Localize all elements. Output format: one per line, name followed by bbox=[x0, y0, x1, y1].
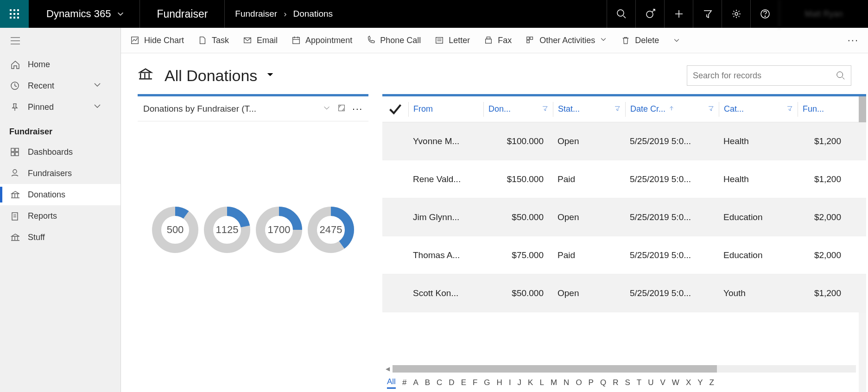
view-selector[interactable] bbox=[266, 70, 275, 81]
cmd-delete-split[interactable] bbox=[673, 37, 680, 44]
bank-icon bbox=[10, 190, 19, 199]
alpha-R[interactable]: R bbox=[613, 378, 618, 387]
alpha-G[interactable]: G bbox=[484, 378, 490, 387]
donut-1125[interactable]: 1125 bbox=[202, 205, 252, 255]
alpha-I[interactable]: I bbox=[509, 378, 511, 387]
scroll-left-icon[interactable]: ◀ bbox=[382, 366, 393, 372]
advanced-find-button[interactable] bbox=[693, 0, 722, 28]
scroll-track[interactable] bbox=[393, 365, 856, 373]
filter-icon[interactable] bbox=[786, 104, 793, 114]
chart-expand-button[interactable] bbox=[331, 104, 346, 114]
app-launcher-button[interactable] bbox=[0, 0, 29, 28]
alpha-W[interactable]: W bbox=[672, 378, 679, 387]
alpha-U[interactable]: U bbox=[648, 378, 653, 387]
sidebar-item-reports[interactable]: Reports bbox=[0, 205, 120, 227]
alpha-M[interactable]: M bbox=[551, 378, 557, 387]
search-box[interactable] bbox=[687, 65, 851, 86]
column-header-cat[interactable]: Cat... bbox=[719, 102, 798, 117]
filter-icon[interactable] bbox=[542, 104, 548, 114]
alpha-S[interactable]: S bbox=[625, 378, 630, 387]
cmd-other-activities[interactable]: Other Activities bbox=[526, 36, 607, 45]
breadcrumb-root[interactable]: Fundraiser bbox=[235, 9, 277, 19]
user-menu[interactable]: Matt Ryan bbox=[779, 0, 868, 28]
cell-from: Jim Glynn... bbox=[408, 212, 483, 222]
sidebar-item-fundraisers[interactable]: Fundraisers bbox=[0, 163, 120, 184]
horizontal-scrollbar[interactable]: ◀ ▶ bbox=[382, 364, 866, 373]
grid-body: Yvonne M...$100.000Open5/25/2019 5:0...H… bbox=[382, 122, 866, 364]
product-name: Dynamics 365 bbox=[46, 8, 111, 20]
alpha-L[interactable]: L bbox=[539, 378, 544, 387]
alpha-All[interactable]: All bbox=[387, 377, 396, 389]
chart-selector[interactable] bbox=[316, 104, 331, 114]
alpha-H[interactable]: H bbox=[497, 378, 502, 387]
settings-button[interactable] bbox=[722, 0, 750, 28]
column-header-date[interactable]: Date Cr... bbox=[625, 102, 719, 117]
alpha-F[interactable]: F bbox=[473, 378, 477, 387]
cmd-delete[interactable]: Delete bbox=[621, 36, 659, 45]
global-search-button[interactable] bbox=[607, 0, 635, 28]
table-row[interactable]: Thomas A...$75.000Paid5/25/2019 5:0...Ed… bbox=[382, 236, 866, 274]
column-header-stat[interactable]: Stat... bbox=[553, 102, 625, 117]
hamburger-icon bbox=[10, 37, 20, 45]
column-header-don[interactable]: Don... bbox=[483, 102, 553, 117]
alpha-N[interactable]: N bbox=[564, 378, 569, 387]
sidebar-item-stuff[interactable]: Stuff bbox=[0, 227, 120, 248]
cmd-letter[interactable]: Letter bbox=[435, 36, 470, 45]
quick-create-button[interactable] bbox=[664, 0, 693, 28]
alpha-D[interactable]: D bbox=[449, 378, 454, 387]
alpha-Z[interactable]: Z bbox=[710, 378, 714, 387]
chart-more-button[interactable]: ··· bbox=[352, 103, 363, 114]
sidebar-item-recent[interactable]: Recent bbox=[0, 75, 120, 96]
donut-1700[interactable]: 1700 bbox=[254, 205, 304, 255]
cell-status: Paid bbox=[553, 250, 625, 260]
column-header-fun[interactable]: Fun... bbox=[798, 102, 846, 117]
alpha-X[interactable]: X bbox=[686, 378, 691, 387]
task-flow-button[interactable] bbox=[635, 0, 664, 28]
view-title: All Donations bbox=[165, 67, 257, 85]
cell-fundraiser: $2,000 bbox=[798, 212, 846, 222]
donut-2475[interactable]: 2475 bbox=[306, 205, 356, 255]
cmd-appointment[interactable]: Appointment bbox=[291, 36, 352, 45]
cmd-task[interactable]: Task bbox=[198, 36, 229, 45]
cell-status: Paid bbox=[553, 174, 625, 184]
table-row[interactable]: Rene Vald...$150.000Paid5/25/2019 5:0...… bbox=[382, 160, 866, 198]
sidebar-item-label: Stuff bbox=[28, 233, 45, 242]
table-row[interactable]: Scott Kon...$50.000Open5/25/2019 5:0...Y… bbox=[382, 274, 866, 312]
alpha-O[interactable]: O bbox=[576, 378, 582, 387]
filter-icon[interactable] bbox=[708, 104, 714, 114]
alpha-#[interactable]: # bbox=[402, 378, 406, 387]
alpha-T[interactable]: T bbox=[637, 378, 641, 387]
cmd-hide-chart[interactable]: Hide Chart bbox=[130, 36, 184, 45]
alpha-A[interactable]: A bbox=[413, 378, 418, 387]
column-header-from[interactable]: From bbox=[408, 102, 483, 117]
breadcrumb-leaf[interactable]: Donations bbox=[293, 9, 333, 19]
check-icon bbox=[387, 102, 404, 117]
cmd-overflow[interactable]: ··· bbox=[848, 34, 859, 46]
alpha-Y[interactable]: Y bbox=[697, 378, 703, 387]
donut-500[interactable]: 500 bbox=[150, 205, 200, 255]
alpha-Q[interactable]: Q bbox=[600, 378, 606, 387]
select-all-checkbox[interactable] bbox=[382, 102, 408, 117]
product-switcher[interactable]: Dynamics 365 bbox=[29, 0, 140, 28]
cell-status: Open bbox=[553, 288, 625, 298]
alpha-C[interactable]: C bbox=[437, 378, 442, 387]
alpha-K[interactable]: K bbox=[528, 378, 533, 387]
sidebar-item-dashboards[interactable]: Dashboards bbox=[0, 141, 120, 163]
alpha-V[interactable]: V bbox=[660, 378, 665, 387]
search-input[interactable] bbox=[693, 71, 836, 81]
alpha-P[interactable]: P bbox=[589, 378, 594, 387]
filter-icon[interactable] bbox=[614, 104, 621, 114]
sidebar-item-home[interactable]: Home bbox=[0, 54, 120, 75]
alpha-J[interactable]: J bbox=[518, 378, 522, 387]
sidebar-item-donations[interactable]: Donations bbox=[0, 184, 120, 205]
sidebar-item-pinned[interactable]: Pinned bbox=[0, 96, 120, 118]
table-row[interactable]: Jim Glynn...$50.000Open5/25/2019 5:0...E… bbox=[382, 198, 866, 236]
cmd-phone-call[interactable]: Phone Call bbox=[366, 36, 421, 45]
alpha-B[interactable]: B bbox=[425, 378, 430, 387]
alpha-E[interactable]: E bbox=[461, 378, 466, 387]
table-row[interactable]: Yvonne M...$100.000Open5/25/2019 5:0...H… bbox=[382, 122, 866, 160]
cmd-email[interactable]: Email bbox=[243, 36, 278, 45]
cmd-fax[interactable]: Fax bbox=[484, 36, 512, 45]
sidebar-collapse-button[interactable] bbox=[0, 28, 120, 54]
help-button[interactable] bbox=[750, 0, 779, 28]
